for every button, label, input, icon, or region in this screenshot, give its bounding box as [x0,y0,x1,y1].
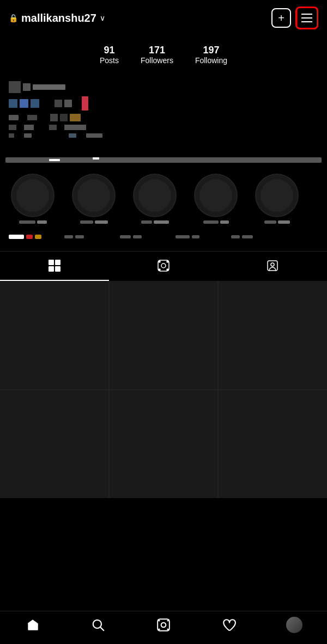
story-labels-row [0,235,327,251]
bottom-nav [0,611,327,644]
heart-icon [222,618,236,632]
pixel-row-5 [9,133,318,138]
svg-point-8 [159,269,160,271]
lock-icon: 🔒 [9,14,18,22]
stats-row: 91 Posts 171 Followers 197 Following [0,36,327,76]
story-item-1[interactable] [5,174,60,224]
story-circle-5 [255,174,299,217]
story-label-5 [264,220,290,224]
header: 🔒 mallikanshu27 ∨ + [0,0,327,36]
menu-line-2 [301,17,312,19]
story-circle-4 [194,174,238,217]
posts-stat[interactable]: 91 Posts [100,45,119,65]
svg-point-15 [161,623,166,628]
profile-avatar [286,617,302,633]
posts-label: Posts [100,56,119,65]
nav-profile[interactable] [262,617,327,633]
story-item-2[interactable] [66,174,121,224]
tagged-icon [266,259,279,272]
header-left: 🔒 mallikanshu27 ∨ [9,12,105,24]
svg-rect-1 [55,260,60,265]
chevron-down-icon: ∨ [100,14,105,22]
grid-cell-4[interactable] [0,390,108,499]
svg-point-6 [159,261,160,262]
username: mallikanshu27 [21,12,96,24]
story-item-3[interactable] [128,174,182,224]
menu-button[interactable] [295,7,318,29]
search-icon [91,618,105,632]
svg-rect-3 [55,266,60,272]
pixel-row-3 [9,114,318,121]
story-circle-1 [11,174,55,217]
grid-cell-6[interactable] [219,390,327,499]
followers-label: Followers [141,56,173,65]
grid-section [0,281,327,498]
svg-point-11 [271,263,274,266]
grid-cell-3[interactable] [219,281,327,389]
grid-cell-2[interactable] [110,281,218,389]
story-circle-2 [72,174,116,217]
followers-count: 171 [149,45,165,56]
grid-cell-5[interactable] [110,390,218,499]
grid-icon [48,259,61,272]
story-item-4[interactable] [189,174,243,224]
story-label-3 [141,220,169,224]
svg-rect-2 [49,266,54,272]
story-circle-3 [133,174,177,217]
stories-row [0,163,327,235]
following-count: 197 [203,45,219,56]
following-label: Following [195,56,227,65]
reels-icon [157,259,170,272]
nav-reels[interactable] [131,617,196,633]
following-stat[interactable]: 197 Following [195,45,227,65]
plus-icon: + [278,12,284,24]
story-label-2 [80,220,108,224]
svg-point-7 [167,261,168,262]
tab-tagged[interactable] [218,252,327,281]
svg-point-17 [167,620,169,621]
svg-point-5 [161,263,166,268]
nav-search[interactable] [65,617,131,633]
pixel-row-1 [9,81,318,93]
pixel-row-2 [9,96,318,111]
profile-bar [5,157,322,163]
svg-point-18 [158,629,160,630]
nav-likes[interactable] [196,617,262,633]
menu-line-1 [301,14,312,15]
profile-section [0,76,327,163]
tab-bar [0,251,327,281]
posts-count: 91 [104,45,114,56]
svg-point-16 [158,620,160,621]
svg-point-19 [167,629,169,630]
followers-stat[interactable]: 171 Followers [141,45,173,65]
svg-point-12 [93,620,101,628]
tab-grid[interactable] [0,252,109,281]
home-icon [26,618,40,632]
reels-nav-icon [156,618,171,632]
svg-rect-10 [268,261,277,271]
pixel-row-4 [9,125,318,130]
story-label-4 [203,220,229,224]
add-button[interactable]: + [271,8,291,28]
menu-line-3 [301,21,312,22]
header-right: + [271,7,318,29]
story-item-5[interactable] [250,174,304,224]
story-label-1 [19,220,47,224]
svg-point-9 [167,269,168,271]
nav-home[interactable] [0,617,65,633]
svg-rect-0 [49,260,54,265]
grid-cell-1[interactable] [0,281,108,389]
tab-reels[interactable] [109,252,218,281]
svg-line-13 [100,627,104,631]
